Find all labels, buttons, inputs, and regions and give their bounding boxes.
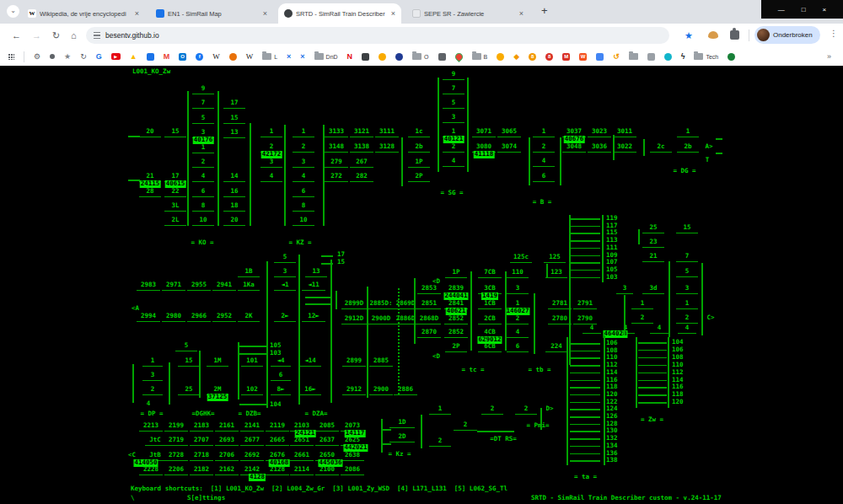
- tab-close-icon[interactable]: ×: [135, 9, 139, 18]
- track-rail: [604, 335, 605, 465]
- bookmark-item[interactable]: [455, 53, 463, 61]
- settings-link[interactable]: S[e]ttings: [187, 494, 225, 501]
- tab-search-button[interactable]: ⌄: [7, 5, 19, 18]
- bookmark-item[interactable]: Tech: [694, 53, 718, 60]
- berth-text: =DGHK=: [189, 410, 217, 417]
- extension-icon[interactable]: [708, 31, 718, 39]
- bookmark-item[interactable]: M: [562, 53, 570, 61]
- bookmark-item[interactable]: M: [164, 52, 170, 61]
- berth-text: = DP =: [137, 410, 166, 417]
- new-tab-button[interactable]: +: [541, 4, 548, 17]
- berth-text: 22: [164, 188, 186, 197]
- berth-text: 3148: [325, 143, 348, 153]
- berth-text: 2: [192, 158, 214, 168]
- bookmark-item[interactable]: ★: [64, 52, 71, 61]
- tab-close-icon[interactable]: ×: [519, 9, 524, 18]
- browser-tab[interactable]: SRTD - SimRail Train Describer×: [278, 3, 401, 24]
- bookmark-favicon-icon: W: [579, 53, 587, 61]
- bookmark-item[interactable]: [395, 53, 403, 61]
- minimize-button[interactable]: —: [778, 6, 785, 13]
- bookmark-item[interactable]: B: [472, 53, 488, 60]
- bookmark-item[interactable]: DnD: [314, 53, 338, 60]
- apps-grid-icon[interactable]: [8, 54, 14, 60]
- browser-tab[interactable]: EN1 - SimRail Map×: [150, 3, 273, 24]
- bookmark-item[interactable]: [438, 53, 446, 61]
- reload-button[interactable]: ↻: [52, 29, 60, 42]
- track-line: [570, 453, 600, 455]
- extensions-puzzle-icon[interactable]: [730, 30, 739, 40]
- browser-menu-button[interactable]: ⋮: [830, 29, 838, 38]
- bookmark-item[interactable]: ◆: [513, 52, 519, 61]
- close-button[interactable]: ×: [822, 6, 826, 13]
- bookmark-item[interactable]: G: [96, 52, 102, 61]
- bookmark-item[interactable]: O: [179, 53, 186, 61]
- back-button[interactable]: ←: [12, 29, 21, 42]
- track-line: [305, 297, 330, 298]
- track-rail: [602, 215, 604, 282]
- berth-text: 10: [293, 217, 314, 226]
- berth-text: 17: [337, 251, 345, 258]
- bookmark-item[interactable]: L: [262, 53, 277, 60]
- bookmark-item[interactable]: [379, 53, 386, 61]
- track-line: [570, 387, 600, 389]
- bookmark-item[interactable]: ▲: [130, 52, 137, 61]
- bookmark-item[interactable]: N: [347, 52, 353, 61]
- bookmark-item[interactable]: ×: [300, 52, 304, 61]
- berth-text: 105: [270, 342, 282, 349]
- track-line: [239, 353, 266, 355]
- bookmark-item[interactable]: ⚙: [34, 52, 40, 61]
- berth-text: 2: [481, 405, 503, 415]
- bookmark-favicon-icon: [229, 53, 237, 61]
- bookmark-item[interactable]: O: [412, 53, 428, 60]
- berth-text: 1c: [408, 128, 430, 137]
- browser-tab[interactable]: WWikipedia, de vrije encyclopedi×: [22, 3, 145, 24]
- bookmark-item[interactable]: [596, 53, 604, 61]
- tab-close-icon[interactable]: ×: [391, 9, 395, 18]
- bookmark-item[interactable]: [50, 54, 55, 59]
- track-line: [128, 180, 140, 181]
- bookmark-item[interactable]: W: [212, 52, 220, 61]
- bookmark-item[interactable]: ▶: [111, 53, 121, 60]
- track-line: [638, 365, 667, 367]
- forward-button[interactable]: →: [32, 29, 41, 42]
- bookmark-item[interactable]: ×: [287, 52, 291, 61]
- tab-close-icon[interactable]: ×: [263, 9, 267, 18]
- bookmark-favicon-icon: W: [212, 52, 220, 61]
- url-text[interactable]: besentv.github.io: [105, 31, 159, 40]
- bookmark-item[interactable]: [664, 53, 672, 61]
- profile-chip[interactable]: Onderbroken: [754, 26, 820, 44]
- bookmark-item[interactable]: 8: [529, 53, 536, 61]
- bookmark-item[interactable]: [647, 53, 655, 61]
- track-line: [381, 443, 391, 445]
- bookmark-item[interactable]: [362, 53, 369, 61]
- bookmark-item[interactable]: 8: [545, 53, 553, 61]
- bookmark-item[interactable]: [147, 53, 154, 61]
- bookmark-favicon-icon: ×: [300, 52, 304, 61]
- berth-text: =DT RS=: [486, 436, 520, 442]
- bookmark-item[interactable]: ↻: [80, 52, 87, 61]
- bookmark-item[interactable]: [728, 53, 735, 61]
- bookmark-item[interactable]: [497, 53, 504, 61]
- bookmark-item[interactable]: W: [246, 52, 254, 61]
- bookmark-item[interactable]: f: [196, 53, 203, 61]
- tab-title: EN1 - SimRail Map: [168, 10, 260, 18]
- maximize-button[interactable]: □: [802, 6, 806, 13]
- bookmark-item[interactable]: [629, 53, 638, 60]
- bookmark-item[interactable]: ↺: [613, 52, 620, 61]
- berth-text: 5: [175, 342, 197, 351]
- berth-text: 123: [545, 269, 567, 278]
- browser-tab[interactable]: SEPE SR - Zawiercie×: [406, 3, 529, 24]
- berth-text: 4: [507, 329, 529, 338]
- track-rail: [560, 137, 561, 185]
- berth-text: 4: [443, 158, 464, 167]
- bookmark-item[interactable]: W: [579, 53, 587, 61]
- track-rail: [217, 91, 219, 226]
- bookmark-item[interactable]: ϟ: [681, 52, 685, 61]
- home-button[interactable]: ⌂: [71, 29, 77, 42]
- bookmark-item[interactable]: [229, 53, 237, 61]
- site-settings-icon[interactable]: [94, 32, 100, 39]
- doc-favicon-icon: [412, 9, 421, 18]
- bookmark-star-icon[interactable]: ★: [685, 29, 693, 42]
- bookmarks-overflow-icon[interactable]: »: [827, 52, 831, 61]
- address-bar[interactable]: besentv.github.io: [86, 27, 669, 44]
